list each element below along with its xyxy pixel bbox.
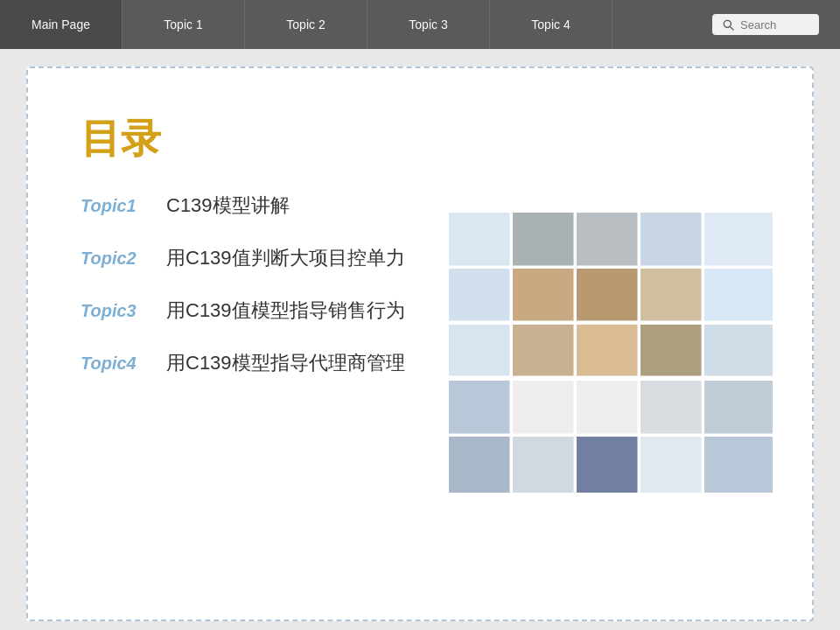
topic3-label: Topic3	[80, 301, 150, 321]
list-item: Topic1 C139模型讲解	[80, 192, 444, 219]
nav-main-page[interactable]: Main Page	[0, 0, 122, 49]
list-item: Topic3 用C139值模型指导销售行为	[80, 298, 444, 324]
nav-topic1[interactable]: Topic 1	[122, 0, 245, 49]
svg-rect-28	[640, 325, 702, 378]
mosaic-image	[449, 213, 773, 493]
topic4-text: 用C139模型指导代理商管理	[166, 350, 405, 376]
svg-rect-3	[640, 213, 702, 266]
svg-rect-33	[513, 213, 574, 266]
search-input[interactable]	[740, 18, 810, 32]
svg-rect-36	[704, 213, 773, 266]
svg-rect-35	[449, 213, 510, 266]
nav-topic3[interactable]: Topic 3	[368, 0, 490, 49]
topic2-text: 用C139值判断大项目控单力	[166, 245, 405, 271]
list-item: Topic4 用C139模型指导代理商管理	[80, 350, 444, 376]
topic4-label: Topic4	[80, 354, 150, 374]
topic2-label: Topic2	[80, 248, 150, 269]
svg-rect-32	[577, 437, 638, 493]
svg-rect-34	[577, 213, 638, 266]
search-box[interactable]	[712, 14, 819, 35]
search-area	[702, 0, 830, 49]
nav-topic2[interactable]: Topic 2	[245, 0, 368, 49]
svg-rect-20	[449, 437, 510, 493]
content-area: 目录 Topic1 C139模型讲解 Topic2 用C139值判断大项目控单力…	[26, 66, 814, 621]
topic1-label: Topic1	[80, 196, 150, 216]
svg-rect-15	[449, 381, 510, 434]
svg-rect-30	[577, 381, 638, 434]
search-icon	[721, 18, 735, 32]
page-title: 目录	[80, 112, 444, 166]
svg-rect-8	[640, 269, 702, 322]
svg-rect-38	[704, 269, 773, 322]
list-item: Topic2 用C139值判断大项目控单力	[80, 245, 444, 271]
topic1-text: C139模型讲解	[166, 192, 290, 219]
topic3-text: 用C139值模型指导销售行为	[166, 298, 405, 324]
svg-rect-19	[704, 381, 773, 434]
svg-rect-25	[513, 269, 574, 322]
svg-rect-11	[513, 325, 574, 378]
svg-rect-14	[704, 325, 773, 378]
svg-rect-21	[513, 437, 574, 493]
right-panel	[444, 103, 777, 584]
svg-rect-23	[640, 437, 702, 493]
svg-rect-29	[513, 381, 574, 434]
svg-rect-26	[577, 269, 638, 322]
svg-rect-31	[640, 381, 702, 434]
svg-rect-10	[449, 325, 510, 378]
navbar: Main Page Topic 1 Topic 2 Topic 3 Topic …	[0, 0, 840, 49]
nav-topic4[interactable]: Topic 4	[490, 0, 612, 49]
svg-rect-37	[449, 269, 510, 322]
svg-rect-24	[704, 437, 773, 493]
left-panel: 目录 Topic1 C139模型讲解 Topic2 用C139值判断大项目控单力…	[80, 103, 444, 584]
svg-rect-27	[577, 325, 638, 378]
